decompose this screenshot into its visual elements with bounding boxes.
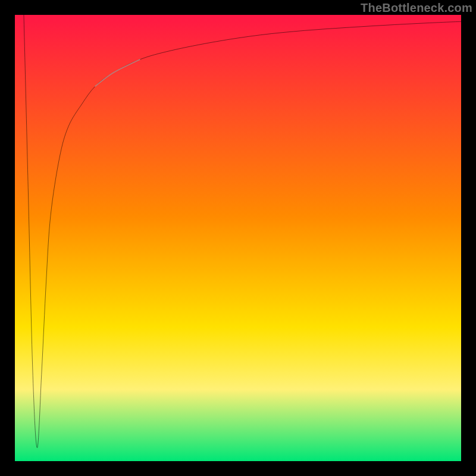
- chart-frame: TheBottleneck.com: [0, 0, 476, 476]
- watermark-text: TheBottleneck.com: [361, 1, 472, 15]
- chart-plot: [15, 15, 461, 461]
- gradient-background: [15, 15, 461, 461]
